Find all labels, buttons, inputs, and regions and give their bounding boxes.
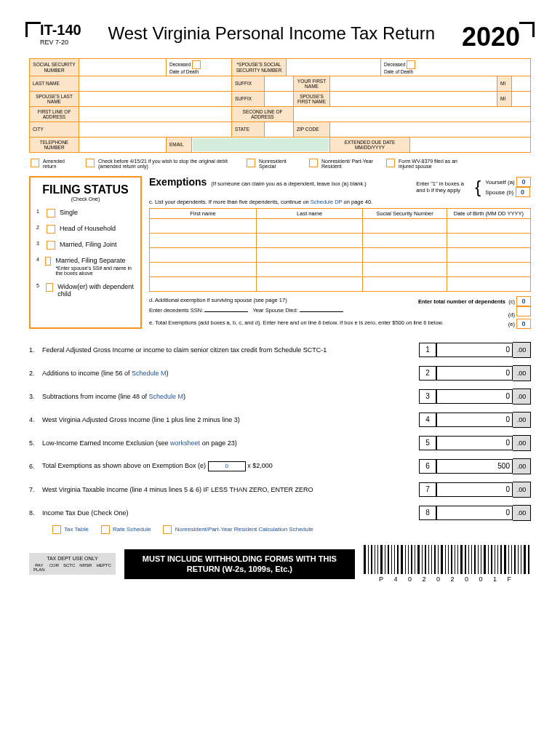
field-mi[interactable] [512,76,530,91]
check-hoh[interactable] [47,225,55,234]
label-phone: TELEPHONE NUMBER [33,140,76,150]
field-spouse-mi[interactable] [512,92,530,106]
field-firstname[interactable] [330,76,497,91]
label-deceased: Deceased [169,62,191,67]
field-spouse-first[interactable] [330,92,497,106]
dep-row[interactable] [150,248,531,263]
value-box-c[interactable]: 0 [516,296,531,306]
label-ssn: SOCIAL SECURITY NUMBER [33,62,76,72]
check-amended[interactable] [31,159,39,167]
label-box-b: Spouse (b) [485,189,513,196]
check-stop-debit[interactable] [86,159,95,167]
check-nonresident[interactable] [247,159,255,167]
field-addr1[interactable] [79,107,232,121]
label-spouse-last: SPOUSE'S LAST NAME [33,94,76,104]
label-stop-debit: Check before 4/15/21 if you wish to stop… [98,159,236,169]
col-cor: COR [49,563,59,572]
check-widow[interactable] [46,283,53,292]
field-phone[interactable] [79,138,167,152]
label-d2: Enter decedents SSN: [149,307,203,314]
label-nonres-calc: Nonresident/Part-Year Resident Calculati… [175,526,313,533]
col-nrsr: NRSR [79,563,92,572]
label-total-dep: Enter total number of dependents [418,298,505,305]
filing-title: FILING STATUS [36,183,135,196]
label-dod: Date of Death [169,69,199,74]
exemptions-section: Exemptions (If someone can claim you as … [149,176,531,329]
field-spouse-suffix[interactable] [265,92,294,106]
line-4: 4.West Virginia Adjusted Gross Income (l… [29,412,531,428]
label-ext-due: EXTENDED DUE DATE MM/DD/YYYY [333,140,407,150]
dep-row[interactable] [150,234,531,248]
label-rate-schedule: Rate Schedule [113,526,151,533]
line-6: 6.Total Exemptions as shown above on Exe… [29,458,531,474]
field-lastname[interactable] [79,76,232,91]
value-box-a[interactable]: 0 [516,177,531,187]
label-d: d. Additional exemption if surviving spo… [149,296,287,306]
link-schedule-dp[interactable]: Schedule DP [311,199,343,205]
line-2: 2.Additions to income (line 56 of Schedu… [29,365,531,381]
col-heptc: HEPTC [96,563,111,572]
tax-dept-box: TAX DEPT USE ONLY PAY PLAN COR SCTC NRSR… [29,553,116,575]
filing-sub: (Check One) [36,196,135,202]
label-suffix: SUFFIX [235,81,252,86]
label-amended: Amended return [43,159,76,169]
must-include-notice: MUST INCLUDE WITHHOLDING FORMS WITH THIS… [124,549,355,579]
line-7: 7.West Virginia Taxable Income (line 4 m… [29,482,531,498]
field-suffix[interactable] [265,76,294,91]
filing-status-box: FILING STATUS (Check One) 1Single 2Head … [29,176,142,329]
field-email[interactable] [193,138,329,151]
check-partyear[interactable] [309,159,318,167]
check-single[interactable] [47,209,55,218]
field-decedent-ssn[interactable] [204,311,248,312]
dependents-table: First nameLast nameSocial Security Numbe… [149,208,531,292]
label-d3: Year Spouse Died: [252,307,297,314]
label-tax-table: Tax Table [64,526,89,533]
label-spouse-deceased: Deceased [384,62,405,67]
dep-row[interactable] [150,219,531,234]
dep-row[interactable] [150,277,531,292]
label-e: e. Total Exemptions (add boxes a, b, c, … [149,319,444,329]
check-tax-table[interactable] [52,525,61,534]
check-mfs[interactable] [45,257,52,266]
list-label: c. List your dependents. If more than fi… [149,199,309,205]
tax-dept-label: TAX DEPT USE ONLY [33,556,111,561]
exemptions-title: Exemptions [149,176,207,188]
line-3: 3.Subtractions from income (line 48 of S… [29,389,531,405]
value-box-e[interactable]: 0 [516,319,531,329]
field-state[interactable] [265,122,294,137]
field-year-died[interactable] [300,311,343,312]
taxpayer-info-grid: SOCIAL SECURITY NUMBER DeceasedDate of D… [29,58,531,153]
check-spouse-deceased[interactable] [407,60,415,69]
field-spouse-last[interactable] [79,92,232,106]
form-title: West Virginia Personal Income Tax Return [81,23,462,44]
label-spouse-dod: Date of Death [384,69,413,74]
label-spouse-suffix: SUFFIX [235,96,252,101]
field-addr2[interactable] [294,107,530,121]
label-state: STATE [235,127,249,132]
label-city: CITY [33,127,44,132]
field-city[interactable] [79,122,232,137]
check-rate-schedule[interactable] [101,525,110,534]
form-rev: REV 7-20 [40,39,81,46]
label-spouse-ssn: *SPOUSE'S SOCIAL SECURITY NUMBER [235,62,283,72]
value-box-b[interactable]: 0 [516,187,530,197]
check-deceased[interactable] [192,60,201,69]
check-wv8379[interactable] [386,159,395,167]
label-zip: ZIP CODE [297,127,319,132]
col-lastname: Last name [256,209,363,219]
field-ext-due[interactable] [410,138,530,152]
enter1-label: Enter "1" in boxes a and b if they apply [416,180,471,194]
line-5: 5.Low-Income Earned Income Exclusion (se… [29,435,531,451]
col-ssn: Social Security Number [363,209,447,219]
label-wv8379: Form WV-8379 filed as an injured spouse [399,159,468,169]
check-nonres-calc[interactable] [163,525,172,534]
label-spouse-first: SPOUSE'S FIRST NAME [297,94,327,104]
barcode [364,545,531,574]
field-spouse-ssn[interactable] [287,59,381,76]
label-firstname: YOUR FIRST NAME [297,79,327,89]
value-box-d[interactable] [516,306,531,316]
dep-row[interactable] [150,263,531,277]
field-zip[interactable] [330,122,530,137]
field-ssn[interactable] [79,59,167,76]
check-mfj[interactable] [47,241,55,250]
